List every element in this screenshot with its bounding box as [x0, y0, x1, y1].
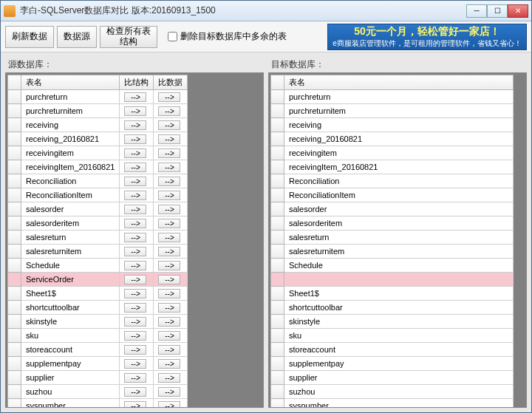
datasource-button[interactable]: 数据源 — [57, 26, 97, 48]
compare-struct-button[interactable]: --> — [124, 92, 146, 102]
compare-data-button[interactable]: --> — [158, 331, 180, 341]
table-row[interactable]: Reconciliation-->--> — [8, 174, 188, 188]
col-struct[interactable]: 比结构 — [120, 75, 154, 90]
compare-struct-button[interactable]: --> — [124, 205, 146, 214]
delete-extra-checkbox[interactable] — [168, 32, 177, 41]
compare-data-button[interactable]: --> — [158, 387, 180, 397]
compare-struct-button[interactable]: --> — [124, 345, 146, 355]
table-row[interactable]: receivingitem-->--> — [8, 146, 188, 160]
close-button[interactable]: ✕ — [508, 4, 528, 18]
table-row[interactable]: Sheet1$-->--> — [8, 287, 188, 301]
target-grid-scroll[interactable]: 表名 purchreturnpurchreturnitemreceivingre… — [269, 73, 526, 407]
table-row[interactable]: supplementpay-->--> — [8, 357, 188, 371]
compare-data-button[interactable]: --> — [158, 289, 180, 298]
row-selector[interactable] — [271, 231, 284, 245]
row-selector[interactable] — [271, 132, 284, 146]
table-row[interactable]: ReconciliationItem — [271, 188, 514, 202]
table-row[interactable]: salesreturn — [271, 231, 514, 245]
table-row[interactable]: skinstyle — [271, 315, 514, 329]
table-row[interactable]: supplier — [271, 371, 514, 385]
row-selector[interactable] — [271, 146, 284, 160]
row-selector[interactable] — [271, 104, 284, 118]
compare-data-button[interactable]: --> — [158, 205, 180, 214]
compare-data-button[interactable]: --> — [158, 191, 180, 200]
table-row[interactable]: storeaccount-->--> — [8, 343, 188, 357]
compare-struct-button[interactable]: --> — [124, 373, 146, 383]
table-row[interactable]: Schedule-->--> — [8, 259, 188, 273]
row-selector[interactable] — [271, 301, 284, 315]
compare-struct-button[interactable]: --> — [124, 387, 146, 397]
row-selector[interactable] — [8, 216, 21, 231]
row-selector[interactable] — [271, 399, 284, 408]
row-selector[interactable] — [8, 188, 21, 202]
compare-struct-button[interactable]: --> — [124, 247, 146, 256]
row-selector[interactable] — [271, 315, 284, 329]
compare-data-button[interactable]: --> — [158, 303, 180, 313]
row-selector[interactable] — [8, 245, 21, 259]
table-row[interactable]: receivingItem_20160821 — [271, 160, 514, 174]
compare-data-button[interactable]: --> — [158, 92, 180, 102]
row-selector[interactable] — [8, 231, 21, 245]
check-all-button[interactable]: 检查所有表 结构 — [100, 26, 157, 48]
table-row[interactable]: suzhou-->--> — [8, 385, 188, 399]
compare-data-button[interactable]: --> — [158, 373, 180, 383]
compare-data-button[interactable]: --> — [158, 149, 180, 158]
table-row[interactable]: receiving — [271, 118, 514, 132]
compare-struct-button[interactable]: --> — [124, 120, 146, 130]
row-selector[interactable] — [271, 357, 284, 371]
compare-struct-button[interactable]: --> — [124, 317, 146, 327]
table-row[interactable]: salesreturnitem-->--> — [8, 245, 188, 259]
row-selector[interactable] — [271, 188, 284, 202]
compare-struct-button[interactable]: --> — [124, 134, 146, 144]
row-selector[interactable] — [271, 385, 284, 399]
table-row[interactable]: shortcuttoolbar-->--> — [8, 301, 188, 315]
table-row[interactable]: Reconciliation — [271, 174, 514, 188]
table-row[interactable]: sysnumber-->--> — [8, 399, 188, 408]
table-row[interactable]: salesreturnitem — [271, 245, 514, 259]
table-row[interactable]: salesreturn-->--> — [8, 231, 188, 245]
row-selector[interactable] — [271, 329, 284, 343]
compare-struct-button[interactable]: --> — [124, 331, 146, 341]
compare-data-button[interactable]: --> — [158, 106, 180, 116]
compare-struct-button[interactable]: --> — [124, 149, 146, 158]
row-selector[interactable] — [8, 273, 21, 287]
ad-banner[interactable]: 50元一个月，轻松管好一家店！ e商服装店管理软件，是可租用的管理软件，省钱又省… — [327, 24, 527, 50]
table-row[interactable]: sku-->--> — [8, 329, 188, 343]
row-selector[interactable] — [8, 146, 21, 160]
table-row[interactable]: salesorderitem-->--> — [8, 216, 188, 231]
table-row[interactable]: Sheet1$ — [271, 287, 514, 301]
compare-data-button[interactable]: --> — [158, 219, 180, 228]
table-row[interactable]: supplier-->--> — [8, 371, 188, 385]
row-selector[interactable] — [8, 371, 21, 385]
compare-data-button[interactable]: --> — [158, 401, 180, 408]
row-selector[interactable] — [8, 357, 21, 371]
compare-struct-button[interactable]: --> — [124, 106, 146, 116]
row-selector[interactable] — [271, 287, 284, 301]
row-selector[interactable] — [271, 160, 284, 174]
maximize-button[interactable]: ☐ — [487, 4, 508, 18]
table-row[interactable]: salesorderitem — [271, 216, 514, 231]
delete-extra-checkbox-label[interactable]: 删除目标数据库中多余的表 — [168, 30, 287, 43]
table-row[interactable]: supplementpay — [271, 357, 514, 371]
row-selector[interactable] — [8, 259, 21, 273]
compare-struct-button[interactable]: --> — [124, 401, 146, 408]
table-row[interactable]: receiving_20160821-->--> — [8, 132, 188, 146]
row-selector[interactable] — [8, 104, 21, 118]
row-selector[interactable] — [271, 371, 284, 385]
table-row[interactable]: salesorder — [271, 202, 514, 216]
compare-struct-button[interactable]: --> — [124, 275, 146, 284]
row-selector[interactable] — [8, 90, 21, 104]
compare-data-button[interactable]: --> — [158, 317, 180, 327]
table-row[interactable]: suzhou — [271, 385, 514, 399]
col-name[interactable]: 表名 — [21, 75, 120, 90]
compare-struct-button[interactable]: --> — [124, 303, 146, 313]
compare-struct-button[interactable]: --> — [124, 289, 146, 298]
row-selector[interactable] — [8, 202, 21, 216]
row-selector[interactable] — [271, 90, 284, 104]
row-selector[interactable] — [271, 273, 284, 287]
col-name[interactable]: 表名 — [284, 75, 514, 90]
compare-data-button[interactable]: --> — [158, 261, 180, 270]
compare-data-button[interactable]: --> — [158, 120, 180, 130]
table-row[interactable]: skinstyle-->--> — [8, 315, 188, 329]
row-selector[interactable] — [8, 132, 21, 146]
